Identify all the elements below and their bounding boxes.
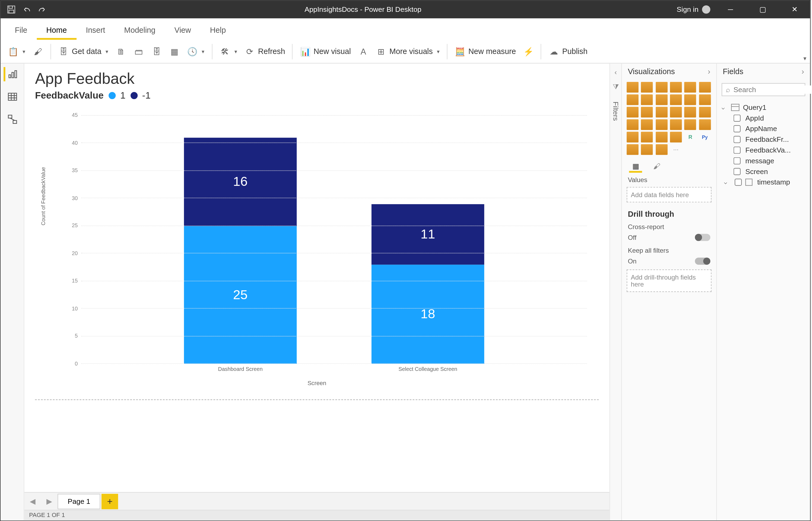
filters-pane-collapsed[interactable]: ‹ ⧩ Filters	[609, 63, 621, 520]
expand-filters-icon[interactable]: ‹	[614, 68, 617, 76]
viz-type-icon[interactable]	[670, 107, 682, 118]
field-item[interactable]: AppName	[721, 123, 805, 134]
data-view-button[interactable]	[5, 90, 19, 104]
collapse-fields-icon[interactable]: ›	[802, 67, 804, 76]
viz-type-icon[interactable]	[655, 82, 667, 93]
signin-button[interactable]: Sign in	[677, 5, 710, 14]
viz-type-icon[interactable]	[627, 94, 639, 105]
field-checkbox[interactable]	[735, 179, 742, 186]
report-canvas[interactable]: App Feedback FeedbackValue 1 -1 Count of…	[24, 63, 609, 492]
field-checkbox[interactable]	[734, 157, 741, 165]
undo-icon[interactable]	[22, 5, 31, 14]
viz-type-icon[interactable]: Py	[699, 132, 711, 143]
viz-type-icon[interactable]	[655, 107, 667, 118]
viz-type-icon[interactable]	[670, 94, 682, 105]
viz-type-icon[interactable]	[670, 132, 682, 143]
text-box-button[interactable]: A	[354, 44, 372, 59]
viz-type-icon[interactable]	[670, 119, 682, 130]
field-item[interactable]: FeedbackFr...	[721, 134, 805, 145]
tab-help[interactable]: Help	[201, 21, 235, 40]
viz-type-icon[interactable]	[685, 82, 696, 93]
paste-button[interactable]: 📋▾	[4, 44, 29, 59]
new-visual-button[interactable]: 📊New visual	[297, 44, 354, 59]
viz-type-icon[interactable]: R	[685, 132, 696, 143]
viz-type-icon[interactable]	[655, 132, 667, 143]
viz-type-icon[interactable]	[699, 119, 711, 130]
get-data-button[interactable]: 🗄Get data▾	[54, 44, 112, 59]
tab-view[interactable]: View	[165, 21, 200, 40]
refresh-button[interactable]: ⟳Refresh	[241, 44, 289, 59]
transform-data-button[interactable]: 🛠▾	[216, 44, 241, 59]
viz-type-icon[interactable]	[655, 144, 667, 155]
page-tab[interactable]: Page 1	[57, 494, 100, 509]
values-dropzone[interactable]: Add data fields here	[627, 187, 712, 202]
tab-file[interactable]: File	[5, 21, 37, 40]
tab-modeling[interactable]: Modeling	[115, 21, 165, 40]
field-checkbox[interactable]	[734, 146, 741, 154]
viz-type-icon[interactable]	[641, 132, 653, 143]
close-button[interactable]: ✕	[783, 1, 806, 18]
viz-type-icon[interactable]	[641, 94, 653, 105]
fields-search[interactable]: ⌕	[721, 83, 805, 96]
tab-insert[interactable]: Insert	[76, 21, 115, 40]
format-painter-button[interactable]: 🖌	[29, 44, 47, 59]
viz-type-icon[interactable]	[655, 94, 667, 105]
more-visuals-button[interactable]: ⊞More visuals▾	[372, 44, 443, 59]
fields-well-tab[interactable]: ▦	[629, 161, 642, 173]
chart-area[interactable]: Count of FeedbackValue 05101520253035404…	[35, 104, 599, 400]
tab-home[interactable]: Home	[37, 21, 76, 40]
pbi-dataset-button[interactable]: 🗃	[130, 44, 148, 59]
field-checkbox[interactable]	[734, 136, 741, 143]
maximize-button[interactable]: ▢	[751, 1, 774, 18]
drillthrough-dropzone[interactable]: Add drill-through fields here	[627, 269, 712, 292]
viz-type-icon[interactable]: ⋯	[670, 144, 682, 155]
viz-type-icon[interactable]	[685, 107, 696, 118]
cross-report-toggle[interactable]	[695, 234, 710, 241]
collapse-viz-icon[interactable]: ›	[708, 67, 711, 76]
viz-type-icon[interactable]	[655, 119, 667, 130]
add-page-button[interactable]: +	[101, 494, 118, 509]
field-checkbox[interactable]	[734, 125, 741, 132]
viz-type-icon[interactable]	[685, 119, 696, 130]
viz-type-icon[interactable]	[627, 119, 639, 130]
viz-type-icon[interactable]	[670, 82, 682, 93]
search-input[interactable]	[734, 85, 812, 94]
bar-column[interactable]: 1625Dashboard Screen	[184, 116, 297, 364]
viz-type-icon[interactable]	[627, 82, 639, 93]
viz-type-icon[interactable]	[627, 144, 639, 155]
viz-type-icon[interactable]	[627, 107, 639, 118]
field-checkbox[interactable]	[734, 168, 741, 175]
keep-filters-toggle[interactable]	[695, 257, 710, 265]
viz-type-icon[interactable]	[685, 94, 696, 105]
save-icon[interactable]	[6, 5, 16, 14]
bar-column[interactable]: 1118Select Colleague Screen	[371, 116, 484, 364]
viz-type-icon[interactable]	[699, 107, 711, 118]
field-item[interactable]: Screen	[721, 166, 805, 177]
enter-data-button[interactable]: ▦	[165, 44, 183, 59]
prev-page-button[interactable]: ◄	[24, 493, 41, 509]
recent-sources-button[interactable]: 🕓▾	[183, 44, 208, 59]
field-item[interactable]: message	[721, 156, 805, 166]
ribbon-overflow-icon[interactable]: ▾	[804, 55, 806, 62]
field-item[interactable]: FeedbackVa...	[721, 145, 805, 156]
field-item[interactable]: ⌵timestamp	[721, 177, 805, 188]
viz-type-icon[interactable]	[699, 82, 711, 93]
viz-type-icon[interactable]	[699, 94, 711, 105]
field-item[interactable]: AppId	[721, 113, 805, 123]
viz-type-icon[interactable]	[641, 144, 653, 155]
excel-source-button[interactable]: 🗎	[112, 44, 130, 59]
field-checkbox[interactable]	[734, 115, 741, 122]
publish-button[interactable]: ☁Publish	[545, 44, 591, 59]
viz-type-icon[interactable]	[641, 82, 653, 93]
minimize-button[interactable]: ─	[719, 1, 742, 18]
redo-icon[interactable]	[37, 5, 47, 14]
viz-type-icon[interactable]	[641, 107, 653, 118]
viz-type-icon[interactable]	[627, 132, 639, 143]
sql-source-button[interactable]: 🗄	[148, 44, 165, 59]
table-node[interactable]: ⌵ Query1	[721, 102, 805, 113]
new-measure-button[interactable]: 🧮New measure	[451, 44, 519, 59]
viz-type-icon[interactable]	[641, 119, 653, 130]
format-tab[interactable]: 🖌	[650, 161, 664, 173]
model-view-button[interactable]	[5, 112, 19, 127]
quick-measure-button[interactable]: ⚡	[519, 44, 537, 59]
